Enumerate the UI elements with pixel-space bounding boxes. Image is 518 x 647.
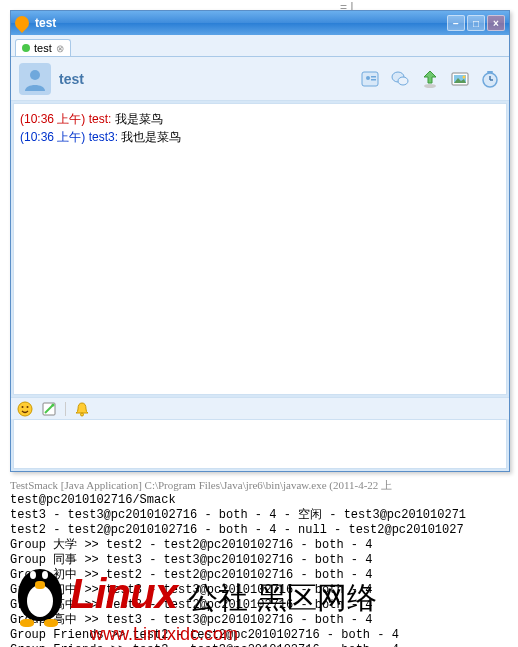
app-icon bbox=[12, 13, 32, 33]
tab-close-icon[interactable]: ⊗ bbox=[56, 43, 64, 54]
titlebar: test − □ × bbox=[11, 11, 509, 35]
message-input[interactable] bbox=[14, 420, 506, 468]
message-meta: (10:36 上午) test3: bbox=[20, 130, 118, 144]
console-line: test2 - test2@pc2010102716 - both - 4 - … bbox=[10, 523, 518, 538]
buzz-icon[interactable] bbox=[74, 401, 90, 417]
svg-point-0 bbox=[30, 70, 40, 80]
console-line: test3 - test3@pc2010102716 - both - 4 - … bbox=[10, 508, 518, 523]
screenshot-icon[interactable] bbox=[449, 68, 471, 90]
separator bbox=[65, 402, 66, 416]
note-icon[interactable] bbox=[41, 401, 57, 417]
input-area bbox=[13, 419, 507, 469]
console-line: Group Friends >> test3 - test3@pc2010102… bbox=[10, 643, 518, 647]
chat-message: (10:36 上午) test: 我是菜鸟 bbox=[20, 110, 500, 128]
console-line: test@pc2010102716/Smack bbox=[10, 493, 518, 508]
console-output: TestSmack [Java Application] C:\Program … bbox=[10, 478, 518, 647]
maximize-button[interactable]: □ bbox=[467, 15, 485, 31]
chat-window: test − □ × test ⊗ test bbox=[10, 10, 510, 472]
clock-icon[interactable] bbox=[479, 68, 501, 90]
avatar bbox=[19, 63, 51, 95]
svg-rect-12 bbox=[487, 71, 493, 73]
console-line: Group Friends >> test2 - test2@pc2010102… bbox=[10, 628, 518, 643]
message-text: 我也是菜鸟 bbox=[118, 130, 181, 144]
console-header: TestSmack [Java Application] C:\Program … bbox=[10, 478, 518, 493]
input-toolbar bbox=[11, 397, 509, 419]
message-text: 我是菜鸟 bbox=[111, 112, 162, 126]
chat-message: (10:36 上午) test3: 我也是菜鸟 bbox=[20, 128, 500, 146]
chat-area: (10:36 上午) test: 我是菜鸟(10:36 上午) test3: 我… bbox=[13, 103, 507, 395]
header-row: test bbox=[11, 57, 509, 101]
svg-point-17 bbox=[27, 406, 29, 408]
presence-dot-icon bbox=[22, 44, 30, 52]
svg-point-2 bbox=[366, 76, 370, 80]
svg-point-7 bbox=[424, 84, 436, 88]
console-line: Group 同事 >> test3 - test3@pc2010102716 -… bbox=[10, 553, 518, 568]
message-meta: (10:36 上午) test: bbox=[20, 112, 111, 126]
svg-point-20 bbox=[81, 413, 84, 416]
minimize-button[interactable]: − bbox=[447, 15, 465, 31]
svg-point-19 bbox=[52, 403, 55, 406]
tab-label: test bbox=[34, 42, 52, 54]
watermark-url: www.Linuxidc.com bbox=[90, 624, 238, 645]
emoji-icon[interactable] bbox=[17, 401, 33, 417]
close-button[interactable]: × bbox=[487, 15, 505, 31]
svg-rect-4 bbox=[371, 79, 376, 81]
contact-name: test bbox=[59, 71, 359, 87]
console-line: Group 初中 >> test3 - test3@pc2010102716 -… bbox=[10, 583, 518, 598]
console-line: Group 高中 >> test3 - test3@pc2010102716 -… bbox=[10, 613, 518, 628]
console-line: Group 高中 >> test2 - test2@pc2010102716 -… bbox=[10, 598, 518, 613]
history-icon[interactable] bbox=[389, 68, 411, 90]
console-line: Group 大学 >> test2 - test2@pc2010102716 -… bbox=[10, 538, 518, 553]
console-line: Group 初中 >> test2 - test2@pc2010102716 -… bbox=[10, 568, 518, 583]
svg-point-15 bbox=[18, 402, 32, 416]
svg-point-10 bbox=[463, 75, 466, 78]
svg-point-16 bbox=[22, 406, 24, 408]
tab-strip: test ⊗ bbox=[11, 35, 509, 57]
window-title: test bbox=[35, 16, 56, 30]
svg-point-6 bbox=[398, 77, 408, 85]
svg-rect-3 bbox=[371, 76, 376, 78]
profile-icon[interactable] bbox=[359, 68, 381, 90]
send-file-icon[interactable] bbox=[419, 68, 441, 90]
tab-test[interactable]: test ⊗ bbox=[15, 39, 71, 56]
